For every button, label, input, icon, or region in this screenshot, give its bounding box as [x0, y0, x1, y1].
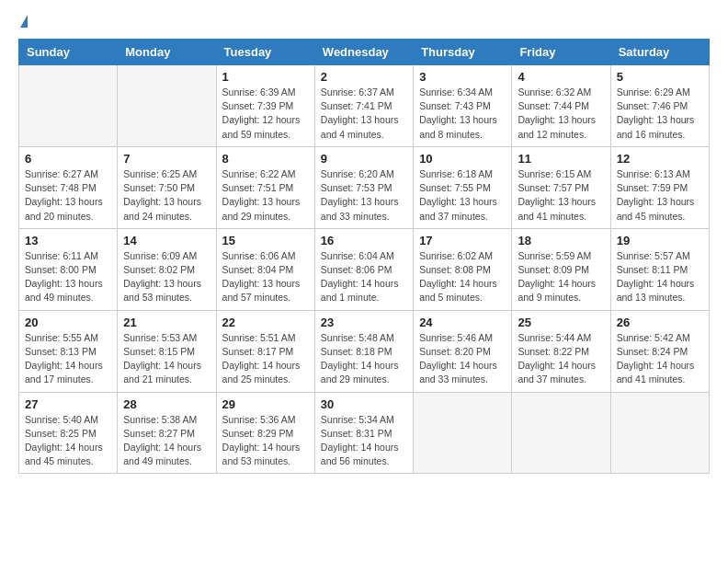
day-number: 9 [321, 152, 407, 166]
day-number: 15 [222, 234, 309, 247]
calendar-header: SundayMondayTuesdayWednesdayThursdayFrid… [19, 40, 710, 65]
calendar-cell: 11Sunrise: 6:15 AM Sunset: 7:57 PM Dayli… [512, 146, 610, 228]
day-number: 20 [25, 316, 111, 329]
day-info: Sunrise: 5:55 AM Sunset: 8:13 PM Dayligh… [25, 331, 111, 387]
day-info: Sunrise: 5:34 AM Sunset: 8:31 PM Dayligh… [321, 413, 407, 469]
day-info: Sunrise: 6:37 AM Sunset: 7:41 PM Dayligh… [321, 86, 407, 142]
week-row-5: 27Sunrise: 5:40 AM Sunset: 8:25 PM Dayli… [19, 392, 710, 474]
day-number: 4 [518, 70, 604, 84]
day-number: 18 [518, 234, 604, 247]
week-row-1: 1Sunrise: 6:39 AM Sunset: 7:39 PM Daylig… [19, 65, 710, 147]
day-info: Sunrise: 5:36 AM Sunset: 8:29 PM Dayligh… [222, 413, 309, 469]
day-info: Sunrise: 5:38 AM Sunset: 8:27 PM Dayligh… [123, 413, 210, 469]
day-number: 1 [222, 70, 309, 84]
calendar-cell: 12Sunrise: 6:13 AM Sunset: 7:59 PM Dayli… [610, 146, 709, 228]
calendar-cell: 7Sunrise: 6:25 AM Sunset: 7:50 PM Daylig… [118, 146, 216, 228]
day-number: 3 [419, 70, 506, 84]
calendar-cell: 16Sunrise: 6:04 AM Sunset: 8:06 PM Dayli… [314, 228, 413, 310]
day-info: Sunrise: 6:25 AM Sunset: 7:50 PM Dayligh… [123, 167, 210, 224]
weekday-header-thursday: Thursday [414, 40, 512, 65]
calendar-body: 1Sunrise: 6:39 AM Sunset: 7:39 PM Daylig… [19, 65, 710, 474]
day-info: Sunrise: 5:48 AM Sunset: 8:18 PM Dayligh… [321, 331, 407, 387]
day-number: 19 [617, 234, 703, 247]
day-info: Sunrise: 5:44 AM Sunset: 8:22 PM Dayligh… [518, 331, 604, 387]
calendar-cell: 29Sunrise: 5:36 AM Sunset: 8:29 PM Dayli… [216, 392, 314, 474]
day-number: 24 [419, 316, 506, 329]
day-info: Sunrise: 5:46 AM Sunset: 8:20 PM Dayligh… [419, 331, 506, 387]
day-number: 11 [518, 152, 604, 166]
calendar-cell: 30Sunrise: 5:34 AM Sunset: 8:31 PM Dayli… [314, 392, 413, 474]
day-number: 5 [617, 70, 703, 84]
day-number: 10 [419, 152, 506, 166]
weekday-header-row: SundayMondayTuesdayWednesdayThursdayFrid… [19, 40, 710, 65]
calendar-cell [19, 65, 118, 147]
day-number: 8 [222, 152, 309, 166]
calendar-cell: 15Sunrise: 6:06 AM Sunset: 8:04 PM Dayli… [216, 228, 314, 310]
calendar-cell [610, 392, 709, 474]
day-number: 2 [321, 70, 407, 84]
calendar-cell: 10Sunrise: 6:18 AM Sunset: 7:55 PM Dayli… [414, 146, 512, 228]
day-number: 23 [321, 316, 407, 329]
calendar-cell: 24Sunrise: 5:46 AM Sunset: 8:20 PM Dayli… [414, 310, 512, 392]
calendar-cell: 19Sunrise: 5:57 AM Sunset: 8:11 PM Dayli… [610, 228, 709, 310]
calendar-cell: 13Sunrise: 6:11 AM Sunset: 8:00 PM Dayli… [19, 228, 118, 310]
calendar-cell: 28Sunrise: 5:38 AM Sunset: 8:27 PM Dayli… [118, 392, 216, 474]
calendar-cell: 27Sunrise: 5:40 AM Sunset: 8:25 PM Dayli… [19, 392, 118, 474]
day-number: 21 [123, 316, 210, 329]
day-number: 25 [518, 316, 604, 329]
day-number: 29 [222, 397, 309, 411]
day-info: Sunrise: 6:09 AM Sunset: 8:02 PM Dayligh… [123, 249, 210, 305]
weekday-header-tuesday: Tuesday [216, 40, 314, 65]
calendar-cell: 2Sunrise: 6:37 AM Sunset: 7:41 PM Daylig… [314, 65, 413, 147]
day-info: Sunrise: 6:02 AM Sunset: 8:08 PM Dayligh… [419, 249, 506, 305]
calendar-cell: 21Sunrise: 5:53 AM Sunset: 8:15 PM Dayli… [118, 310, 216, 392]
calendar-cell: 1Sunrise: 6:39 AM Sunset: 7:39 PM Daylig… [216, 65, 314, 147]
calendar-cell: 14Sunrise: 6:09 AM Sunset: 8:02 PM Dayli… [118, 228, 216, 310]
calendar-cell: 26Sunrise: 5:42 AM Sunset: 8:24 PM Dayli… [610, 310, 709, 392]
week-row-3: 13Sunrise: 6:11 AM Sunset: 8:00 PM Dayli… [19, 228, 710, 310]
day-info: Sunrise: 6:13 AM Sunset: 7:59 PM Dayligh… [617, 167, 703, 224]
calendar-cell: 22Sunrise: 5:51 AM Sunset: 8:17 PM Dayli… [216, 310, 314, 392]
day-info: Sunrise: 6:04 AM Sunset: 8:06 PM Dayligh… [321, 249, 407, 305]
day-number: 7 [123, 152, 210, 166]
week-row-4: 20Sunrise: 5:55 AM Sunset: 8:13 PM Dayli… [19, 310, 710, 392]
day-info: Sunrise: 6:29 AM Sunset: 7:46 PM Dayligh… [617, 86, 703, 142]
day-info: Sunrise: 6:11 AM Sunset: 8:00 PM Dayligh… [25, 249, 111, 305]
calendar-cell: 5Sunrise: 6:29 AM Sunset: 7:46 PM Daylig… [610, 65, 709, 147]
calendar-cell: 9Sunrise: 6:20 AM Sunset: 7:53 PM Daylig… [314, 146, 413, 228]
day-info: Sunrise: 6:20 AM Sunset: 7:53 PM Dayligh… [321, 167, 407, 224]
calendar-cell: 6Sunrise: 6:27 AM Sunset: 7:48 PM Daylig… [19, 146, 118, 228]
calendar-cell: 25Sunrise: 5:44 AM Sunset: 8:22 PM Dayli… [512, 310, 610, 392]
logo-triangle-icon [20, 15, 28, 28]
calendar-cell [414, 392, 512, 474]
calendar-cell: 3Sunrise: 6:34 AM Sunset: 7:43 PM Daylig… [414, 65, 512, 147]
page: SundayMondayTuesdayWednesdayThursdayFrid… [0, 0, 728, 488]
calendar-cell: 20Sunrise: 5:55 AM Sunset: 8:13 PM Dayli… [19, 310, 118, 392]
weekday-header-monday: Monday [118, 40, 216, 65]
day-number: 28 [123, 397, 210, 411]
day-info: Sunrise: 6:39 AM Sunset: 7:39 PM Dayligh… [222, 86, 309, 142]
calendar-cell: 23Sunrise: 5:48 AM Sunset: 8:18 PM Dayli… [314, 310, 413, 392]
week-row-2: 6Sunrise: 6:27 AM Sunset: 7:48 PM Daylig… [19, 146, 710, 228]
header [18, 15, 710, 29]
day-number: 30 [321, 397, 407, 411]
weekday-header-saturday: Saturday [610, 40, 709, 65]
day-number: 13 [25, 234, 111, 247]
day-info: Sunrise: 6:15 AM Sunset: 7:57 PM Dayligh… [518, 167, 604, 224]
calendar: SundayMondayTuesdayWednesdayThursdayFrid… [18, 39, 710, 474]
day-number: 26 [617, 316, 703, 329]
logo [18, 15, 28, 29]
day-info: Sunrise: 5:59 AM Sunset: 8:09 PM Dayligh… [518, 249, 604, 305]
day-info: Sunrise: 6:18 AM Sunset: 7:55 PM Dayligh… [419, 167, 506, 224]
day-number: 6 [25, 152, 111, 166]
calendar-cell: 8Sunrise: 6:22 AM Sunset: 7:51 PM Daylig… [216, 146, 314, 228]
day-info: Sunrise: 6:22 AM Sunset: 7:51 PM Dayligh… [222, 167, 309, 224]
day-info: Sunrise: 6:06 AM Sunset: 8:04 PM Dayligh… [222, 249, 309, 305]
day-number: 17 [419, 234, 506, 247]
day-info: Sunrise: 5:42 AM Sunset: 8:24 PM Dayligh… [617, 331, 703, 387]
day-info: Sunrise: 5:57 AM Sunset: 8:11 PM Dayligh… [617, 249, 703, 305]
day-info: Sunrise: 6:34 AM Sunset: 7:43 PM Dayligh… [419, 86, 506, 142]
weekday-header-wednesday: Wednesday [314, 40, 413, 65]
day-number: 16 [321, 234, 407, 247]
day-info: Sunrise: 6:27 AM Sunset: 7:48 PM Dayligh… [25, 167, 111, 224]
